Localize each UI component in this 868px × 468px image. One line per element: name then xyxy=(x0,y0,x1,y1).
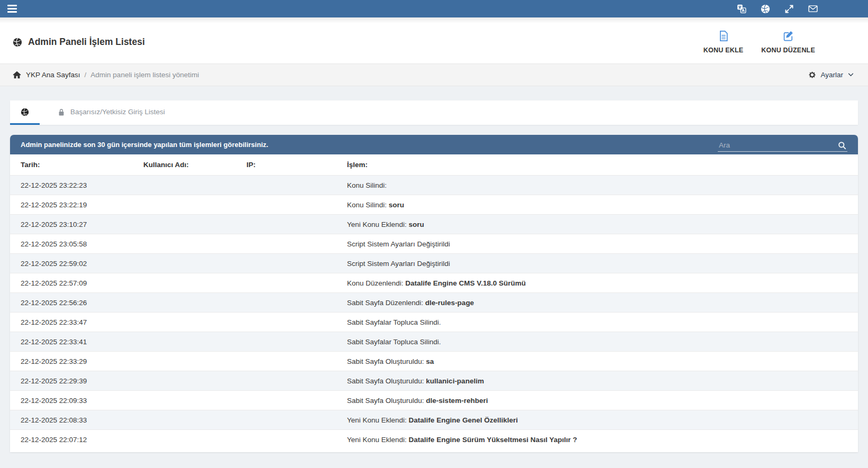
main-content: Başarısız/Yetkisiz Giriş Listesi Admin p… xyxy=(0,100,868,452)
gear-icon xyxy=(808,71,816,79)
file-icon xyxy=(718,30,729,42)
cell-action: Konu Silindi: soru xyxy=(347,201,847,209)
globe-icon xyxy=(13,38,22,47)
table-row: 22-12-2025 23:22:19 Konu Silindi: soru xyxy=(10,195,858,214)
globe-icon xyxy=(21,108,29,116)
cell-date: 22-12-2025 22:33:29 xyxy=(21,357,143,365)
add-topic-label: KONU EKLE xyxy=(703,47,743,54)
home-icon xyxy=(13,71,21,79)
table-row: 22-12-2025 22:09:33 Sabit Sayfa Oluşturu… xyxy=(10,390,858,410)
topbar xyxy=(0,0,868,17)
table-row: 22-12-2025 22:33:41 Sabit Sayfalar Toplu… xyxy=(10,332,858,351)
tab-failed-logins-label: Başarısız/Yetkisiz Giriş Listesi xyxy=(70,108,165,116)
search-icon[interactable] xyxy=(838,141,846,150)
page-title: Admin Paneli İşlem Listesi xyxy=(28,36,145,48)
table-row: 22-12-2025 22:56:26 Sabit Sayfa Düzenlen… xyxy=(10,292,858,312)
cell-action: Sabit Sayfa Oluşturuldu: kullanici-panel… xyxy=(347,377,847,385)
settings-dropdown-toggle[interactable]: Ayarlar xyxy=(808,71,854,79)
search-input[interactable] xyxy=(719,141,838,149)
page-header: Admin Paneli İşlem Listesi KONU EKLE KON… xyxy=(0,17,868,63)
breadcrumb-separator: / xyxy=(85,71,87,79)
cell-action: Konu Düzenlendi: Datalife Engine CMS V.1… xyxy=(347,279,847,287)
cell-date: 22-12-2025 22:09:33 xyxy=(21,397,143,405)
settings-label: Ayarlar xyxy=(820,71,843,79)
breadcrumb-home-link[interactable]: YKP Ana Sayfası xyxy=(13,71,80,79)
cell-action: Yeni Konu Eklendi: Datalife Engine Genel… xyxy=(347,416,847,424)
tab-failed-logins[interactable]: Başarısız/Yetkisiz Giriş Listesi xyxy=(47,100,176,125)
cell-action: Script Sistem Ayarları Değiştirildi xyxy=(347,240,847,248)
cell-date: 22-12-2025 22:07:12 xyxy=(21,436,143,444)
table-row: 22-12-2025 23:22:23 Konu Silindi: xyxy=(10,175,858,195)
table-row: 22-12-2025 22:29:39 Sabit Sayfa Oluşturu… xyxy=(10,371,858,390)
table-row: 22-12-2025 23:05:58 Script Sistem Ayarla… xyxy=(10,234,858,253)
column-header-ip: IP: xyxy=(246,161,347,169)
cell-date: 22-12-2025 23:22:19 xyxy=(21,201,143,209)
table-row: 22-12-2025 22:57:09 Konu Düzenlendi: Dat… xyxy=(10,273,858,292)
edit-topic-label: KONU DÜZENLE xyxy=(761,47,815,54)
tab-bar: Başarısız/Yetkisiz Giriş Listesi xyxy=(10,100,858,125)
column-header-date: Tarih: xyxy=(21,161,143,169)
panel-header: Admin panelinizde son 30 gün içersinde y… xyxy=(10,135,858,154)
globe-icon[interactable] xyxy=(761,4,770,14)
table-row: 22-12-2025 22:59:02 Script Sistem Ayarla… xyxy=(10,253,858,273)
menu-toggle-icon[interactable] xyxy=(7,5,17,13)
breadcrumb-bar: YKP Ana Sayfası / Admin paneli işlem lis… xyxy=(0,63,868,86)
cell-action: Sabit Sayfa Düzenlendi: dle-rules-page xyxy=(347,299,847,307)
table-row: 22-12-2025 22:08:33 Yeni Konu Eklendi: D… xyxy=(10,410,858,429)
mail-icon[interactable] xyxy=(808,4,818,14)
topbar-actions xyxy=(737,4,818,14)
table-row: 22-12-2025 23:10:27 Yeni Konu Eklendi: s… xyxy=(10,214,858,234)
cell-action: Yeni Konu Eklendi: Datalife Engine Sürüm… xyxy=(347,436,847,444)
edit-topic-button[interactable]: KONU DÜZENLE xyxy=(761,30,815,54)
cell-action: Sabit Sayfalar Topluca Silindi. xyxy=(347,338,847,346)
cell-date: 22-12-2025 22:56:26 xyxy=(21,299,143,307)
cell-date: 22-12-2025 23:05:58 xyxy=(21,240,143,248)
language-icon[interactable] xyxy=(737,4,746,14)
cell-date: 22-12-2025 22:59:02 xyxy=(21,260,143,268)
table-header-row: Tarih: Kullanıcı Adı: IP: İşlem: xyxy=(10,154,858,175)
cell-date: 22-12-2025 22:08:33 xyxy=(21,416,143,424)
add-topic-button[interactable]: KONU EKLE xyxy=(703,30,743,54)
search-box xyxy=(718,141,847,152)
panel-info-text: Admin panelinizde son 30 gün içersinde y… xyxy=(21,141,268,149)
breadcrumb-home-label: YKP Ana Sayfası xyxy=(26,71,80,79)
cell-date: 22-12-2025 22:33:41 xyxy=(21,338,143,346)
breadcrumb: YKP Ana Sayfası / Admin paneli işlem lis… xyxy=(13,71,199,79)
table-row: 22-12-2025 22:07:12 Yeni Konu Eklendi: D… xyxy=(10,429,858,449)
cell-date: 22-12-2025 23:22:23 xyxy=(21,181,143,189)
table-row: 22-12-2025 22:33:47 Sabit Sayfalar Toplu… xyxy=(10,312,858,332)
cell-action: Sabit Sayfa Oluşturuldu: sa xyxy=(347,357,847,365)
table-row: 22-12-2025 22:33:29 Sabit Sayfa Oluşturu… xyxy=(10,351,858,371)
column-header-user: Kullanıcı Adı: xyxy=(143,161,246,169)
table-body: 22-12-2025 23:22:23 Konu Silindi: 22-12-… xyxy=(10,175,858,449)
cell-date: 22-12-2025 23:10:27 xyxy=(21,221,143,228)
column-header-action: İşlem: xyxy=(347,161,847,169)
cell-action: Sabit Sayfalar Topluca Silindi. xyxy=(347,318,847,326)
cell-date: 22-12-2025 22:29:39 xyxy=(21,377,143,385)
edit-icon xyxy=(783,30,794,42)
fullscreen-icon[interactable] xyxy=(784,4,794,14)
cell-action: Sabit Sayfa Oluşturuldu: dle-sistem-rehb… xyxy=(347,397,847,405)
cell-action: Yeni Konu Eklendi: soru xyxy=(347,221,847,228)
breadcrumb-current: Admin paneli işlem listesi yönetimi xyxy=(90,71,199,79)
chevron-down-icon xyxy=(848,73,854,77)
cell-action: Script Sistem Ayarları Değiştirildi xyxy=(347,260,847,268)
tab-admin-actions[interactable] xyxy=(10,100,40,125)
header-actions: KONU EKLE KONU DÜZENLE xyxy=(703,30,815,54)
cell-date: 22-12-2025 22:33:47 xyxy=(21,318,143,326)
actions-panel: Admin panelinizde son 30 gün içersinde y… xyxy=(10,135,858,452)
cell-date: 22-12-2025 22:57:09 xyxy=(21,279,143,287)
lock-icon xyxy=(58,108,65,116)
cell-action: Konu Silindi: xyxy=(347,181,847,189)
